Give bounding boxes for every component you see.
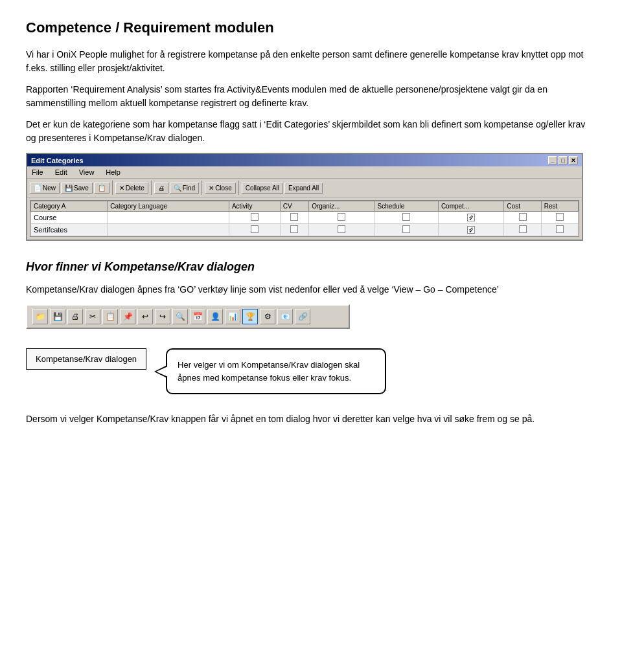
row-sertifcates-name: Sertifcates [31,224,108,236]
save-icon: 💾 [65,185,73,192]
callout-bubble: Her velger vi om Kompetanse/Krav dialoge… [166,348,386,394]
toolbar-icon-10[interactable]: 📅 [190,309,205,324]
delete-button[interactable]: ✕ Delete [115,183,148,194]
toolbar-icon-3[interactable]: 🖨 [67,309,83,324]
section2-title: Hvor finner vi Kompetanse/Krav dialogen [26,260,596,274]
row-sertifcates-schedule[interactable] [374,224,438,236]
go-toolbar-demo: 📁 💾 🖨 ✂ 📋 📌 ↩ ↪ 🔍 📅 👤 📊 🏆 ⚙ 📧 🔗 [26,304,350,329]
window-menubar: File Edit View Help [27,166,582,179]
menu-edit[interactable]: Edit [53,168,69,177]
categories-table-container: Category A Category Language Activity CV… [30,200,579,237]
window-controls: _ □ ✕ [548,156,578,164]
print-button[interactable]: 🖨 [154,183,168,194]
col-header-organiz: Organiz... [309,201,374,212]
new-button[interactable]: 📄 New [30,183,60,194]
row-sertifcates-cv[interactable] [280,224,308,236]
row-sertifcates-lang [108,224,229,236]
row-course-organiz[interactable] [309,212,374,224]
toolbar-icon-1[interactable]: 📁 [32,309,48,324]
row-course-cost[interactable] [504,212,541,224]
col-header-activity: Activity [229,201,280,212]
window-toolbar: 📄 New 💾 Save 📋 ✕ Delete 🖨 🔍 Find ✕ Close… [27,179,582,197]
col-header-category-a: Category A [31,201,108,212]
competence-krav-button[interactable]: 🏆 [242,309,258,324]
separator-3 [202,181,202,195]
menu-help[interactable]: Help [104,168,122,177]
edit-categories-window: Edit Categories _ □ ✕ File Edit View Hel… [26,153,583,241]
close-btn[interactable]: ✕ Close [205,183,236,194]
separator-2 [151,181,152,195]
toolbar-icon-7[interactable]: ↩ [137,309,153,324]
section2-paragraph-1: Kompetanse/Krav dialogen åpnes fra ‘GO’ … [26,283,596,297]
minimize-button[interactable]: _ [548,156,557,164]
save-button[interactable]: 💾 Save [61,183,93,194]
toolbar-icon-15[interactable]: 📧 [277,309,293,324]
intro-paragraph-2: Rapporten ‘Requirement Analysis’ som sta… [26,83,596,110]
col-header-rest: Rest [541,201,578,212]
col-header-cost: Cost [504,201,541,212]
row-sertifcates-compet[interactable]: ✓ [438,224,503,236]
col-header-cv: CV [280,201,308,212]
toolbar-icon-2[interactable]: 💾 [50,309,65,324]
menu-file[interactable]: File [30,168,45,177]
delete-icon: ✕ [119,185,124,192]
toolbar-icon-4[interactable]: ✂ [85,309,100,324]
menu-view[interactable]: View [77,168,97,177]
toolbar-icon-6[interactable]: 📌 [120,309,135,324]
row-course-schedule[interactable] [374,212,438,224]
close-button[interactable]: ✕ [569,156,578,164]
intro-paragraph-3: Det er kun de kategoriene som har kompet… [26,118,596,145]
find-icon: 🔍 [174,185,181,192]
find-button[interactable]: 🔍 Find [170,183,199,194]
toolbar-icon-9[interactable]: 🔍 [172,309,188,324]
row-course-compet[interactable]: ✓ [438,212,503,224]
callout-section: Kompetanse/Krav dialogen Her velger vi o… [26,348,596,394]
maximize-button[interactable]: □ [559,156,568,164]
row-course-cv[interactable] [280,212,308,224]
row-sertifcates-rest[interactable] [541,224,578,236]
toolbar-icon-16[interactable]: 🔗 [295,309,310,324]
table-row: Course ✓ [31,212,579,224]
row-course-activity[interactable] [229,212,280,224]
row-course-rest[interactable] [541,212,578,224]
toolbar-icon-12[interactable]: 📊 [225,309,240,324]
separator-4 [238,181,239,195]
row-sertifcates-organiz[interactable] [309,224,374,236]
extra-btn[interactable]: 📋 [94,183,109,194]
expand-all-button[interactable]: Expand All [284,183,323,194]
separator-1 [112,181,113,195]
close-icon: ✕ [209,185,214,192]
row-sertifcates-cost[interactable] [504,224,541,236]
row-course-lang [108,212,229,224]
col-header-category-language: Category Language [108,201,229,212]
toolbar-icon-5[interactable]: 📋 [102,309,118,324]
extra-icon: 📋 [98,185,106,192]
section2-paragraph-2: Dersom vi velger Kompetanse/Krav knappen… [26,412,596,426]
row-course-name: Course [31,212,108,224]
toolbar-icon-11[interactable]: 👤 [207,309,223,324]
kompetanse-krav-label: Kompetanse/Krav dialogen [26,348,146,370]
toolbar-icon-14[interactable]: ⚙ [260,309,275,324]
categories-table: Category A Category Language Activity CV… [30,201,579,236]
toolbar-icon-8[interactable]: ↪ [155,309,170,324]
col-header-compet: Compet... [438,201,503,212]
print-icon: 🖨 [158,185,165,192]
collapse-all-button[interactable]: Collapse All [242,183,283,194]
new-icon: 📄 [34,185,41,192]
row-sertifcates-activity[interactable] [229,224,280,236]
table-row: Sertifcates ✓ [31,224,579,236]
col-header-schedule: Schedule [374,201,438,212]
page-title: Competence / Requirement modulen [26,19,596,36]
window-title: Edit Categories [31,157,84,164]
window-titlebar: Edit Categories _ □ ✕ [27,154,582,166]
intro-paragraph-1: Vi har i OniX People mulighet for å regi… [26,48,596,75]
